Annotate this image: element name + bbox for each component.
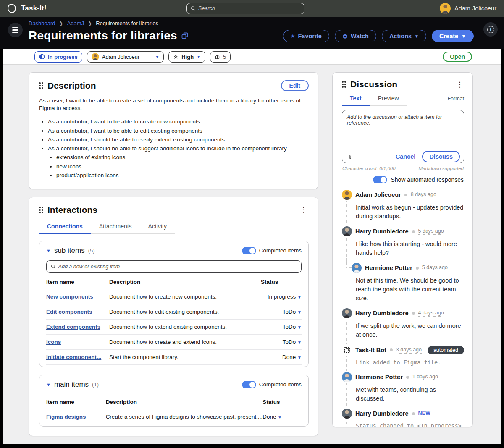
status-dropdown[interactable]: ToDo ▼ (261, 334, 302, 349)
menu-button[interactable] (8, 23, 23, 37)
chevron-right-icon: ❯ (59, 21, 63, 26)
format-link[interactable]: Format (447, 96, 464, 102)
tab-preview[interactable]: Preview (370, 92, 407, 105)
search-icon (51, 264, 56, 269)
item-link[interactable]: Icons (46, 339, 61, 345)
top-bar: Task-It! Adam Jolicoeur (0, 0, 504, 17)
status-bar: In progress Adam Jolicoeur ▼ High ▼ 5 Op… (3, 49, 501, 65)
chevron-down-icon: ▼ (297, 325, 302, 330)
new-badge: NEW (418, 410, 430, 417)
description-sub-bullet: extensions of existing icons (56, 154, 309, 161)
automated-responses-toggle[interactable] (373, 176, 387, 183)
status-dropdown[interactable]: Done ▼ (261, 349, 302, 364)
completed-items-label: Completed items (259, 381, 302, 388)
chevron-down-icon: ▼ (415, 34, 419, 39)
kebab-menu-icon[interactable]: ⋮ (298, 205, 309, 214)
markdown-note: Markdown supported (419, 166, 464, 171)
discussion-title: Discussion (350, 79, 397, 89)
dot-icon (412, 312, 415, 315)
status-dropdown[interactable]: ToDo ▼ (261, 319, 302, 334)
chevron-down-icon: ▼ (297, 340, 302, 345)
kebab-menu-icon[interactable]: ⋮ (454, 80, 465, 89)
favorite-button[interactable]: ★ Favorite (283, 30, 329, 42)
message: Harry Dumbledore 4 days ago If we split … (342, 307, 464, 343)
assignee-avatar (92, 53, 99, 60)
comment-input[interactable] (342, 110, 464, 147)
info-button[interactable]: i (483, 22, 498, 37)
dot-icon (406, 376, 409, 379)
interactions-tabs: Connections Attachments Activity (39, 220, 175, 234)
drag-handle-icon[interactable] (39, 207, 41, 208)
item-link[interactable]: Edit components (46, 309, 92, 315)
chevron-down-icon: ▼ (278, 415, 282, 419)
item-link[interactable]: New components (46, 293, 93, 300)
description-bullet: As a contributor, I want to be able to c… (48, 118, 309, 126)
drag-handle-icon[interactable] (342, 81, 344, 83)
automated-responses-label: Show automated responses (391, 176, 464, 183)
drag-handle-icon[interactable] (39, 82, 41, 84)
status-dropdown[interactable]: Done ▼ (262, 409, 302, 424)
breadcrumb-user[interactable]: AdamJ (67, 20, 84, 26)
priority-dropdown[interactable]: High ▼ (168, 51, 205, 63)
edit-description-button[interactable]: Edit (281, 80, 309, 91)
state-badge: Open (443, 52, 472, 62)
breadcrumb: Dashboard ❯ AdamJ ❯ Requirements for lib… (29, 20, 188, 26)
paperclip-icon (347, 154, 353, 160)
table-row: Extend components Document how to extend… (46, 319, 302, 334)
dot-icon (404, 194, 407, 196)
automated-badge: automated (428, 346, 464, 354)
add-item-input[interactable] (58, 264, 297, 270)
table-row: Icons Document how to create and extend … (46, 334, 302, 349)
add-item-search[interactable] (46, 260, 302, 273)
table-row: Figma designs Create a series of Figma d… (46, 409, 302, 424)
table-row: New components Document how to create ne… (46, 289, 302, 304)
copy-title-icon[interactable] (181, 32, 188, 39)
star-icon: ★ (291, 33, 295, 39)
table-row: Initiate component... Start the componen… (46, 349, 302, 364)
chevron-down-icon: ▼ (197, 55, 201, 59)
description-card: Description Edit As a user, I want to be… (29, 72, 318, 189)
collapse-icon[interactable]: ▼ (46, 382, 51, 387)
item-link[interactable]: Figma designs (46, 414, 86, 420)
breadcrumb-dashboard[interactable]: Dashboard (29, 20, 55, 26)
sub-items-section: ▼ sub items (5) Completed items (39, 241, 309, 367)
status-dropdown[interactable]: ToDo ▼ (261, 304, 302, 319)
collapse-icon[interactable]: ▼ (46, 248, 51, 253)
actions-button[interactable]: Actions ▼ (382, 30, 426, 42)
tab-activity[interactable]: Activity (140, 220, 175, 233)
status-dropdown[interactable]: In progress ▼ (261, 289, 302, 304)
in-progress-icon (39, 54, 45, 60)
main-items-count: (1) (92, 381, 99, 388)
col-item-name: Item name (46, 395, 106, 409)
search-input[interactable] (198, 5, 300, 11)
attach-button[interactable] (347, 154, 353, 160)
avatar (342, 409, 352, 419)
completed-items-toggle[interactable] (242, 381, 256, 388)
points-chip[interactable]: 5 (210, 51, 231, 63)
tab-text[interactable]: Text (342, 92, 370, 106)
global-search[interactable] (186, 3, 304, 14)
description-list: As a contributor, I want to be able to c… (39, 118, 309, 179)
dot-icon (412, 412, 415, 415)
breadcrumb-current: Requirements for libraries (96, 20, 158, 26)
watch-button[interactable]: Watch (335, 30, 376, 42)
app-name: Task-It! (21, 4, 47, 13)
watch-icon (342, 34, 348, 39)
assignee-dropdown[interactable]: Adam Jolicoeur ▼ (87, 51, 164, 63)
bot-avatar (342, 345, 352, 355)
item-link[interactable]: Initiate component... (46, 354, 101, 360)
content-area: Description Edit As a user, I want to be… (3, 65, 501, 444)
user-menu[interactable]: Adam Jolicoeur (440, 3, 496, 14)
status-chip[interactable]: In progress (34, 51, 82, 63)
main-items-section: ▼ main items (1) Completed items Item na… (39, 375, 309, 427)
discuss-button[interactable]: Discuss (422, 151, 460, 162)
cancel-button[interactable]: Cancel (396, 153, 416, 160)
create-button[interactable]: Create ▼ (432, 30, 474, 42)
discussion-tabs: Text Preview (342, 92, 407, 106)
tab-connections[interactable]: Connections (39, 220, 91, 234)
dot-icon (390, 348, 393, 351)
tab-attachments[interactable]: Attachments (91, 220, 140, 233)
sub-items-title: sub items (54, 246, 85, 255)
item-link[interactable]: Extend components (46, 324, 100, 330)
completed-items-toggle[interactable] (242, 247, 256, 254)
